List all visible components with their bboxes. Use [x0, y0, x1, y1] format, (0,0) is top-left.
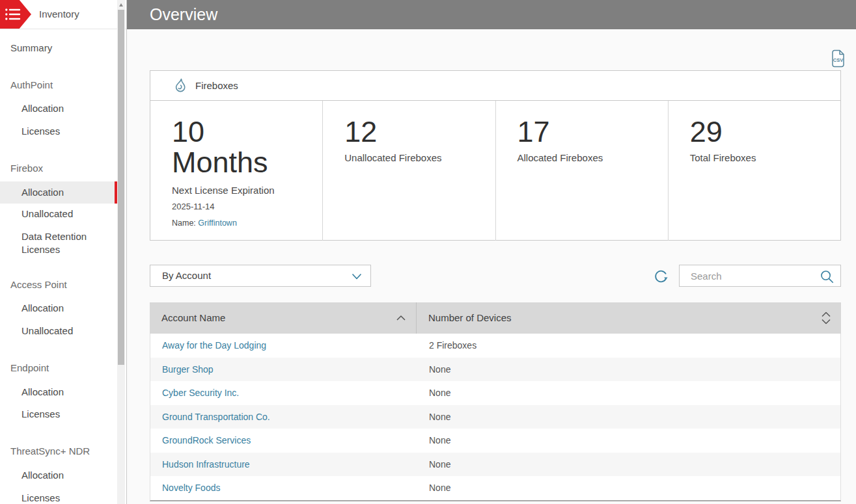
expiration-label: Next License Expiration	[172, 185, 316, 196]
sidebar-item-threatsync-allocation[interactable]: Allocation	[0, 469, 118, 482]
device-count: None	[417, 429, 840, 453]
page-title: Overview	[150, 0, 217, 29]
device-count: None	[417, 405, 840, 429]
sidebar-item-endpoint-allocation[interactable]: Allocation	[0, 386, 118, 399]
device-count: None	[417, 358, 840, 382]
table-row: Away for the Day Lodging 2 Fireboxes	[150, 334, 840, 358]
column-header-account-name[interactable]: Account Name	[150, 302, 417, 334]
device-count: None	[417, 381, 840, 405]
scrollbar-up-arrow-icon[interactable]	[117, 0, 125, 10]
column-label: Number of Devices	[428, 312, 512, 323]
expiration-unit: Months	[172, 147, 316, 178]
account-link[interactable]: Burger Shop	[162, 364, 214, 375]
stat-label: Allocated Fireboxes	[518, 152, 661, 163]
account-link[interactable]: Cyber Security Inc.	[162, 388, 239, 398]
inventory-flag	[0, 0, 31, 29]
table-row: Ground Transportation Co. None	[150, 405, 840, 429]
topbar: Overview	[127, 0, 856, 29]
menu-list-icon	[5, 8, 21, 20]
stat-value: 12	[344, 116, 488, 147]
stat-allocated-fireboxes: 17 Allocated Fireboxes	[495, 101, 668, 241]
sidebar-item-access-point-unallocated[interactable]: Unallocated	[0, 325, 118, 338]
sidebar-item-summary[interactable]: Summary	[0, 42, 118, 55]
group-by-dropdown[interactable]: By Account	[150, 265, 371, 287]
stat-total-fireboxes: 29 Total Fireboxes	[668, 101, 840, 241]
sidebar-title: Inventory	[39, 0, 79, 29]
fireboxes-card: Fireboxes 10 Months Next License Expirat…	[150, 70, 841, 241]
fireboxes-card-header: Fireboxes	[150, 71, 840, 101]
column-header-number-of-devices[interactable]: Number of Devices	[417, 302, 841, 334]
table-header: Account Name Number of Devices	[150, 302, 841, 334]
sidebar-item-access-point-allocation[interactable]: Allocation	[0, 302, 118, 315]
account-link[interactable]: Hudson Infrastructure	[162, 459, 250, 470]
stat-label: Total Fireboxes	[690, 152, 834, 163]
sidebar-item-firebox-allocation[interactable]: Allocation	[0, 181, 118, 204]
chevron-down-icon	[352, 274, 361, 280]
stat-value: 17	[518, 116, 661, 147]
sidebar-section-threatsync-ndr: ThreatSync+ NDR	[0, 445, 118, 458]
column-label: Account Name	[161, 312, 225, 323]
sidebar-scrollbar[interactable]	[117, 0, 125, 504]
sidebar-item-threatsync-licenses[interactable]: Licenses	[0, 492, 118, 504]
device-count: 2 Fireboxes	[417, 334, 840, 358]
firebox-flame-icon	[171, 77, 188, 95]
accounts-table: Account Name Number of Devices Away for …	[150, 302, 841, 501]
sidebar-section-access-point: Access Point	[0, 278, 118, 291]
table-body: Away for the Day Lodging 2 Fireboxes Bur…	[150, 334, 841, 501]
account-link[interactable]: Ground Transportation Co.	[162, 412, 270, 422]
main-content: CSV Fireboxes 10 Months Next License Exp…	[127, 29, 856, 504]
search-input[interactable]	[680, 265, 816, 286]
account-link[interactable]: Novelty Foods	[162, 483, 220, 493]
name-label: Name:	[172, 219, 196, 228]
sort-ascending-icon[interactable]	[396, 315, 406, 321]
export-csv-button[interactable]: CSV	[831, 49, 846, 68]
expiration-value: 10	[172, 116, 316, 147]
expiration-device-name: Name: Griffintown	[172, 219, 316, 228]
stat-label: Unallocated Fireboxes	[344, 152, 488, 163]
device-count: None	[417, 453, 840, 477]
search-box	[679, 265, 841, 287]
refresh-icon	[653, 268, 670, 285]
sidebar-item-firebox-data-retention-licenses[interactable]: Data Retention Licenses	[0, 230, 104, 256]
svg-text:CSV: CSV	[833, 57, 843, 63]
expiration-date: 2025-11-14	[172, 202, 316, 211]
refresh-button[interactable]	[653, 268, 670, 285]
scrollbar-thumb[interactable]	[118, 10, 124, 365]
card-title: Fireboxes	[195, 71, 238, 101]
csv-file-icon: CSV	[831, 49, 846, 68]
sidebar-section-authpoint: AuthPoint	[0, 79, 118, 92]
sidebar-item-endpoint-licenses[interactable]: Licenses	[0, 408, 118, 421]
sidebar-section-endpoint: Endpoint	[0, 362, 118, 375]
stat-unallocated-fireboxes: 12 Unallocated Fireboxes	[322, 101, 495, 241]
sort-toggle-icon[interactable]	[821, 312, 831, 325]
table-row: Cyber Security Inc. None	[150, 381, 840, 405]
fireboxes-stats: 10 Months Next License Expiration 2025-1…	[150, 101, 840, 241]
sidebar-item-authpoint-licenses[interactable]: Licenses	[0, 125, 118, 138]
account-link[interactable]: GroundRock Services	[162, 435, 251, 445]
table-row: GroundRock Services None	[150, 429, 840, 453]
sidebar: Inventory Summary AuthPoint Allocation L…	[0, 0, 127, 504]
stat-value: 29	[690, 116, 834, 147]
account-link[interactable]: Away for the Day Lodging	[162, 340, 266, 351]
stat-next-license-expiration: 10 Months Next License Expiration 2025-1…	[150, 101, 322, 241]
sidebar-item-firebox-unallocated[interactable]: Unallocated	[0, 207, 118, 220]
table-row: Novelty Foods None	[150, 476, 840, 500]
dropdown-selected-value: By Account	[162, 265, 211, 286]
sidebar-section-firebox: Firebox	[0, 162, 118, 175]
device-count: None	[417, 476, 840, 500]
sidebar-header: Inventory	[0, 0, 126, 29]
table-row: Hudson Infrastructure None	[150, 453, 840, 477]
table-row: Burger Shop None	[150, 358, 840, 382]
sidebar-item-authpoint-allocation[interactable]: Allocation	[0, 102, 118, 115]
device-name-link[interactable]: Griffintown	[198, 219, 237, 228]
search-icon[interactable]	[820, 270, 834, 284]
